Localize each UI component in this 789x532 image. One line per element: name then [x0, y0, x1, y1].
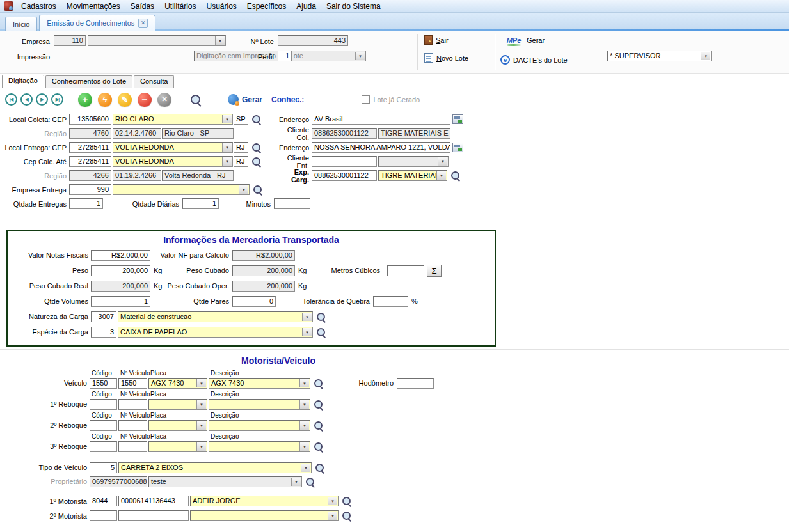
menu-cadastros[interactable]: Cadastros [16, 1, 61, 12]
subtab-conhecimentos-do-lote[interactable]: Conhecimentos do Lote [45, 75, 132, 88]
edit-button[interactable] [118, 93, 132, 107]
menu-ajuda[interactable]: Ajuda [291, 1, 321, 12]
sum-button[interactable]: Σ [427, 265, 442, 277]
reboque2-search-button[interactable] [313, 420, 324, 431]
gerar-mpe-button[interactable]: Gerar [504, 34, 545, 47]
hodometro-field[interactable] [397, 378, 434, 389]
perfil-code-field[interactable]: 1 [278, 51, 292, 61]
natureza-search-button[interactable] [315, 311, 326, 322]
exp-carg-doc-field[interactable]: 08862530001122 [312, 170, 377, 181]
menu-movimentacoes[interactable]: Movimentações [61, 1, 125, 12]
endereco-coleta-field[interactable]: AV Brasil [312, 114, 450, 125]
reboque2-placa-combo[interactable] [148, 420, 207, 431]
natureza-combo[interactable]: Material de construcao [118, 311, 313, 322]
endereco-entrega-field[interactable]: NOSSA SENHORA AMPARO 1221, VOLDAC [312, 142, 450, 153]
local-coleta-search-button[interactable] [251, 114, 262, 125]
veiculo-search-button[interactable] [313, 378, 324, 389]
delete-button[interactable] [138, 93, 152, 107]
reboque3-num-field[interactable] [118, 441, 147, 452]
reboque2-num-field[interactable] [118, 420, 147, 431]
cep-calc-cep-field[interactable]: 27285411 [69, 156, 111, 167]
veiculo-num-field[interactable]: 1550 [118, 378, 147, 389]
menu-saidas[interactable]: Saídas [125, 1, 159, 12]
perfil-combo[interactable]: * SUPERVISOR [607, 51, 712, 61]
reboque1-cod-field[interactable] [90, 399, 117, 410]
tab-close-icon[interactable] [138, 19, 148, 28]
empresa-entrega-search-button[interactable] [252, 184, 263, 195]
novo-lote-button[interactable]: Novo Lote [424, 53, 468, 63]
motorista1-cod-field[interactable]: 8044 [90, 496, 117, 506]
tipo-veiculo-cod-field[interactable]: 5 [90, 462, 117, 473]
tab-inicio[interactable]: Início [5, 17, 37, 31]
empresa-entrega-cod-field[interactable]: 990 [69, 184, 111, 195]
cliente-ent-doc-field[interactable] [312, 156, 377, 167]
tab-emissao-conhecimentos[interactable]: Emissão de Conhecimentos [39, 15, 155, 31]
reboque1-placa-combo[interactable] [148, 399, 207, 410]
endereco-coleta-building-icon[interactable] [452, 114, 463, 124]
valor-nf-field[interactable]: R$2.000,00 [91, 250, 150, 261]
gerar-button[interactable]: Gerar [228, 94, 262, 105]
peso-field[interactable]: 200,000 [91, 265, 150, 276]
process-lightning-button[interactable] [98, 93, 112, 107]
tipo-veiculo-combo[interactable]: CARRETA 2 EIXOS [118, 462, 312, 473]
empresa-entrega-combo[interactable] [113, 184, 250, 195]
cep-calc-search-button[interactable] [251, 156, 262, 167]
cancel-button[interactable] [157, 93, 171, 107]
reboque3-search-button[interactable] [313, 441, 324, 452]
cep-calc-cidade-combo[interactable]: VOLTA REDONDA [113, 156, 233, 167]
reboque2-desc-combo[interactable] [209, 420, 310, 431]
local-coleta-cep-field[interactable]: 13505600 [69, 114, 111, 125]
local-coleta-cidade-combo[interactable]: RIO CLARO [113, 114, 233, 125]
menu-especificos[interactable]: Específicos [242, 1, 291, 12]
veiculo-desc-combo[interactable]: AGX-7430 [209, 378, 310, 389]
subtab-digitacao[interactable]: Digitação [2, 75, 44, 88]
qtd-diarias-field[interactable]: 1 [182, 198, 219, 209]
add-button[interactable] [78, 93, 92, 107]
motorista2-search-button[interactable] [341, 510, 352, 521]
especie-search-button[interactable] [315, 327, 326, 338]
nav-next-button[interactable] [36, 93, 48, 106]
local-entrega-cep-field[interactable]: 27285411 [69, 142, 111, 153]
proprietario-search-button[interactable] [305, 476, 315, 487]
motorista1-doc-field[interactable]: 00006141136443 [118, 496, 189, 506]
reboque3-placa-combo[interactable] [148, 441, 207, 452]
local-entrega-uf-field[interactable]: RJ [234, 142, 248, 153]
motorista2-combo[interactable] [190, 510, 339, 521]
search-button[interactable] [189, 93, 202, 106]
veiculo-cod-field[interactable]: 1550 [90, 378, 117, 389]
local-entrega-cidade-combo[interactable]: VOLTA REDONDA [113, 142, 233, 153]
minutos-field[interactable] [274, 198, 310, 209]
metros-cubicos-field[interactable] [387, 265, 424, 276]
motorista1-combo[interactable]: ADEIR JORGE [190, 496, 339, 506]
exp-carg-search-button[interactable] [450, 170, 461, 181]
motorista2-doc-field[interactable] [118, 510, 189, 521]
reboque1-search-button[interactable] [313, 399, 324, 410]
menu-utilitarios[interactable]: Utilitários [159, 1, 201, 12]
qtd-entregas-field[interactable]: 1 [69, 198, 103, 209]
reboque3-cod-field[interactable] [90, 441, 117, 452]
endereco-entrega-building-icon[interactable] [452, 143, 463, 152]
menu-sair-do-sistema[interactable]: Sair do Sistema [321, 1, 386, 12]
qtde-pares-field[interactable]: 0 [232, 296, 276, 307]
qtde-volumes-field[interactable]: 1 [91, 296, 150, 307]
nav-previous-button[interactable] [20, 93, 33, 106]
local-entrega-search-button[interactable] [251, 142, 262, 153]
menu-usuarios[interactable]: Usuários [201, 1, 241, 12]
tolerancia-field[interactable] [373, 296, 408, 307]
reboque1-desc-combo[interactable] [209, 399, 310, 410]
motorista1-search-button[interactable] [341, 496, 352, 506]
reboque1-num-field[interactable] [118, 399, 147, 410]
local-coleta-uf-field[interactable]: SP [234, 114, 248, 125]
exp-carg-combo[interactable]: TIGRE MATERIAIS [378, 170, 447, 181]
nav-first-button[interactable] [5, 93, 17, 106]
nav-last-button[interactable] [51, 93, 63, 106]
especie-cod-field[interactable]: 3 [91, 327, 116, 338]
reboque2-cod-field[interactable] [90, 420, 117, 431]
subtab-consulta[interactable]: Consulta [134, 75, 174, 88]
natureza-cod-field[interactable]: 3007 [91, 311, 116, 322]
cep-calc-uf-field[interactable]: RJ [234, 156, 248, 167]
lote-ja-gerado-checkbox[interactable] [362, 95, 370, 104]
reboque3-desc-combo[interactable] [209, 441, 310, 452]
sair-button[interactable]: Sair [424, 35, 449, 45]
dacte-button[interactable]: DACTE's do Lote [500, 55, 568, 65]
